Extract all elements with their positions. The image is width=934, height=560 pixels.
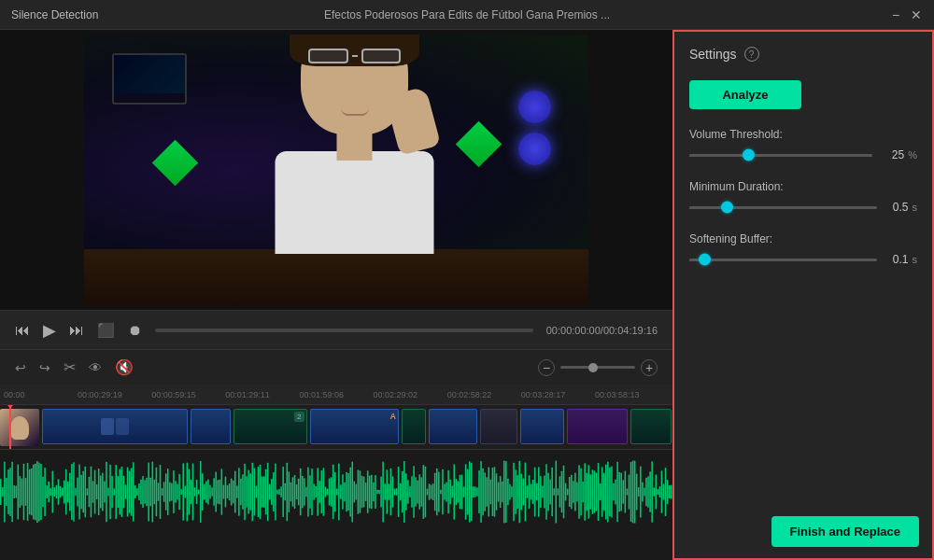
svg-rect-274	[525, 463, 527, 522]
svg-rect-304	[582, 482, 584, 502]
svg-rect-74	[140, 480, 142, 505]
svg-rect-93	[177, 484, 178, 500]
svg-rect-124	[236, 485, 238, 498]
skip-forward-button[interactable]: ⏭	[69, 322, 84, 339]
ruler-mark-6: 00:02:58:22	[447, 390, 521, 399]
zoom-out-button[interactable]: −	[538, 359, 555, 376]
svg-rect-182	[347, 473, 349, 511]
svg-rect-252	[482, 469, 484, 516]
svg-rect-150	[287, 463, 289, 521]
svg-rect-178	[340, 484, 342, 498]
svg-rect-71	[134, 485, 136, 498]
svg-rect-346	[663, 483, 665, 499]
svg-rect-307	[587, 465, 589, 519]
svg-rect-126	[240, 479, 242, 505]
svg-rect-320	[613, 483, 615, 501]
svg-rect-96	[182, 463, 184, 520]
min-duration-thumb[interactable]	[721, 202, 733, 214]
crop-button[interactable]: ⬛	[97, 322, 115, 339]
svg-rect-161	[307, 467, 309, 516]
svg-rect-295	[565, 483, 567, 501]
svg-rect-180	[344, 483, 346, 501]
svg-rect-325	[623, 480, 625, 503]
svg-rect-118	[225, 476, 227, 507]
svg-rect-170	[325, 487, 327, 497]
svg-rect-309	[592, 469, 594, 514]
svg-rect-121	[231, 479, 233, 506]
diamond-right	[456, 121, 502, 167]
svg-rect-176	[336, 488, 338, 495]
svg-rect-228	[436, 469, 438, 515]
minimize-button[interactable]: −	[889, 8, 902, 21]
record-button[interactable]: ⏺	[128, 322, 142, 338]
svg-rect-329	[630, 462, 632, 522]
finish-replace-button[interactable]: Finish and Replace	[771, 516, 919, 547]
ruler-mark-2: 00:00:59:15	[151, 390, 225, 399]
zoom-in-button[interactable]: +	[641, 359, 658, 376]
ruler-marks: 00:00 00:00:29:19 00:00:59:15 00:01:29:1…	[4, 390, 669, 399]
svg-rect-171	[327, 488, 329, 495]
softening-buffer-thumb[interactable]	[699, 254, 711, 266]
undo-button[interactable]: ↩	[15, 360, 26, 375]
svg-rect-258	[494, 467, 496, 517]
svg-rect-136	[260, 465, 262, 519]
zoom-slider[interactable]	[560, 366, 635, 369]
svg-rect-257	[492, 468, 494, 516]
svg-rect-58	[109, 465, 111, 520]
softening-buffer-slider[interactable]	[689, 259, 877, 261]
svg-rect-38	[71, 464, 73, 520]
svg-rect-177	[338, 464, 340, 521]
svg-rect-233	[446, 482, 447, 501]
person-body	[276, 151, 434, 254]
svg-rect-94	[178, 474, 180, 510]
svg-rect-57	[107, 487, 109, 496]
cut-button[interactable]: ✂	[64, 358, 76, 376]
svg-rect-49	[92, 481, 94, 503]
volume-threshold-thumb[interactable]	[743, 149, 755, 161]
play-button[interactable]: ▶	[43, 320, 56, 341]
skip-back-button[interactable]: ⏮	[15, 322, 30, 339]
svg-rect-147	[280, 486, 282, 497]
eye-button[interactable]: 👁	[89, 360, 102, 375]
svg-rect-21	[38, 462, 40, 521]
diamond-left	[152, 140, 198, 186]
close-button[interactable]: ✕	[910, 8, 923, 21]
svg-rect-112	[213, 478, 215, 506]
clip-6	[480, 409, 517, 444]
svg-rect-69	[131, 468, 133, 515]
volume-threshold-slider[interactable]	[689, 154, 872, 157]
svg-rect-165	[315, 486, 317, 498]
svg-rect-221	[423, 465, 425, 519]
svg-rect-22	[40, 464, 42, 520]
min-duration-unit: s	[913, 202, 918, 213]
redo-button[interactable]: ↪	[39, 360, 50, 375]
svg-rect-97	[184, 486, 186, 498]
no-audio-button[interactable]: 🔇	[115, 358, 134, 376]
glass-right	[361, 49, 402, 63]
min-duration-slider[interactable]	[689, 206, 877, 209]
svg-rect-220	[421, 477, 423, 507]
svg-rect-265	[507, 479, 509, 506]
svg-rect-225	[431, 485, 432, 499]
svg-rect-159	[304, 478, 305, 506]
svg-rect-153	[292, 477, 294, 507]
svg-rect-51	[96, 484, 98, 499]
analyze-button[interactable]: Analyze	[689, 80, 801, 109]
svg-rect-117	[223, 484, 225, 498]
svg-rect-302	[578, 465, 580, 518]
svg-rect-9	[15, 486, 17, 498]
svg-rect-263	[503, 460, 505, 523]
clip-4	[402, 409, 426, 444]
svg-rect-42	[78, 465, 80, 520]
svg-rect-316	[605, 465, 607, 520]
softening-buffer-group: Softening Buffer: 0.1 s	[689, 232, 917, 266]
svg-rect-272	[520, 473, 522, 510]
progress-bar[interactable]	[155, 329, 533, 332]
svg-rect-80	[152, 462, 154, 523]
svg-rect-70	[133, 462, 134, 522]
svg-rect-237	[453, 464, 455, 520]
settings-panel: Settings ? Analyze Volume Threshold: 25 …	[672, 30, 934, 560]
svg-rect-152	[290, 483, 292, 502]
help-icon[interactable]: ?	[744, 47, 759, 62]
svg-rect-211	[403, 461, 405, 523]
